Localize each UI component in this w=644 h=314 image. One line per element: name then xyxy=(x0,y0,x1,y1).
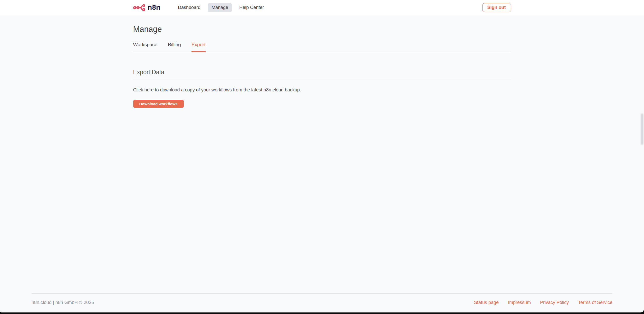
n8n-logo[interactable]: n8n xyxy=(133,4,161,12)
footer-links: Status page Impressum Privacy Policy Ter… xyxy=(474,300,612,305)
sign-out-button[interactable]: Sign out xyxy=(482,3,511,12)
footer-link-status-page[interactable]: Status page xyxy=(474,300,499,305)
footer-link-privacy-policy[interactable]: Privacy Policy xyxy=(540,300,569,305)
main-content: Manage Workspace Billing Export Export D… xyxy=(133,25,511,108)
n8n-logo-icon xyxy=(133,4,145,11)
n8n-wordmark: n8n xyxy=(148,4,161,12)
tab-workspace[interactable]: Workspace xyxy=(133,42,158,52)
download-workflows-button[interactable]: Download workflows xyxy=(133,100,184,108)
main-nav: Dashboard Manage Help Center xyxy=(177,3,264,12)
app-header: n8n Dashboard Manage Help Center Sign ou… xyxy=(0,0,644,15)
footer-link-impressum[interactable]: Impressum xyxy=(508,300,531,305)
page-footer: n8n.cloud | n8n GmbH © 2025 Status page … xyxy=(0,293,644,305)
footer-link-terms-of-service[interactable]: Terms of Service xyxy=(578,300,612,305)
footer-divider: n8n.cloud | n8n GmbH © 2025 Status page … xyxy=(32,293,612,305)
export-data-heading: Export Data xyxy=(133,69,511,80)
export-section: Export Data Click here to download a cop… xyxy=(133,69,511,108)
nav-help-center[interactable]: Help Center xyxy=(239,3,264,12)
scrollbar-thumb[interactable] xyxy=(641,113,643,145)
footer-copyright: n8n.cloud | n8n GmbH © 2025 xyxy=(32,300,94,305)
nav-manage[interactable]: Manage xyxy=(208,3,232,12)
tab-export[interactable]: Export xyxy=(191,42,206,52)
tab-billing[interactable]: Billing xyxy=(168,42,181,52)
nav-dashboard[interactable]: Dashboard xyxy=(177,3,201,12)
page-title: Manage xyxy=(133,25,511,34)
tab-bar: Workspace Billing Export xyxy=(133,42,511,52)
export-description: Click here to download a copy of your wo… xyxy=(133,87,511,93)
page: n8n Dashboard Manage Help Center Sign ou… xyxy=(0,0,644,312)
